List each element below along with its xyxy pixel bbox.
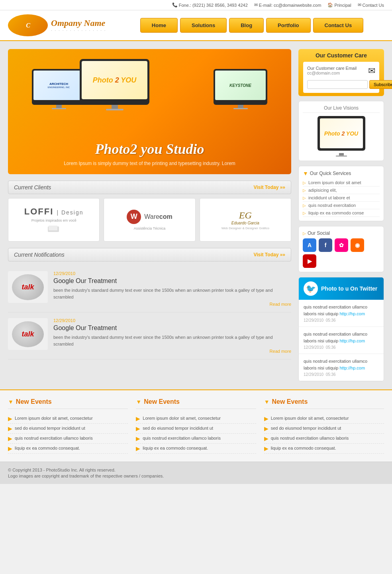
event-item-2-2: ▶sed do eiusmod tempor incididunt ut	[136, 424, 256, 434]
copyright-text: © Copyright 2013 - PhotoStudio Inc. All …	[8, 468, 384, 472]
twitter-link-2[interactable]: http://hp.com	[340, 338, 365, 343]
event-item-2-4: ▶liquip ex ea commodo consequat.	[136, 444, 256, 454]
company-name: Ompany Name	[51, 18, 106, 28]
twitter-text-3: quis nostrud exercitation ullamco labori…	[304, 358, 379, 371]
customer-care-panel: Our Customer Care Our Customer care Emai…	[298, 49, 384, 96]
client-loffi: LOFFI | Design Projetos inspirados em vo…	[8, 198, 100, 242]
notif-item-2: talk 12/29/2010 Google Our Treatment bee…	[8, 313, 291, 360]
twitter-item-3: quis nostrud exercitation ullamco labori…	[299, 354, 384, 381]
event-item-3-2: ▶sed do eiusmod tempor incididunt ut	[264, 424, 384, 434]
event-item-2-3: ▶quis nostrud exercitation ullamco labor…	[136, 434, 256, 444]
social-flickr-icon[interactable]: ✿	[335, 238, 348, 252]
event-col-title-2: ▼ New Events	[136, 398, 256, 409]
notif-date-1: 12/29/2010	[53, 271, 291, 276]
event-item-1-4: ▶liquip ex ea commodo consequat.	[8, 444, 128, 454]
content-left: ARCHITECH ENGINEERING, INC Photo 2 YOU	[8, 49, 291, 381]
contact-icon-top: ✉	[358, 2, 361, 8]
read-more-1[interactable]: Read more	[270, 302, 291, 307]
footer-events: ▼ New Events ▶Lorem ipsum dolor sit amet…	[0, 389, 392, 462]
twitter-link-3[interactable]: http://hp.com	[340, 366, 365, 370]
header: C Ompany Name · · · · · · · · · · · · · …	[0, 10, 392, 41]
twitter-link-1[interactable]: http://hp.com	[340, 311, 365, 316]
event-item-2-1: ▶Lorem ipsum dolor sit amet, consectetur	[136, 414, 256, 424]
twitter-header: 🐦 Photo to u On Twitter	[299, 277, 384, 300]
hero-title: Photo2 you Studio	[95, 141, 204, 157]
event-chevron-2: ▼	[136, 399, 141, 405]
main-wrap: ARCHITECH ENGINEERING, INC Photo 2 YOU	[0, 41, 392, 389]
phone-info: 📞 Fone.: (9221) 362 8566, 3493 4242	[172, 2, 248, 8]
twitter-title: Photo to u On Twitter	[321, 285, 377, 292]
principal-link[interactable]: 🏠 Principal	[327, 2, 351, 8]
svg-rect-1	[49, 226, 57, 230]
social-facebook-icon[interactable]: f	[319, 238, 332, 252]
event-item-3-4: ▶liquip ex ea commodo consequat.	[264, 444, 384, 454]
notifications-visit-link[interactable]: Visit Today »»	[253, 252, 285, 258]
bullet-2-3: ▶	[136, 436, 140, 441]
nav-portfolio[interactable]: Portfolio	[266, 18, 310, 33]
nav-home[interactable]: Home	[140, 18, 178, 33]
live-visions-title: Our Live Visions	[303, 105, 380, 113]
arrow-icon-5: ▷	[303, 211, 306, 215]
nav-solutions[interactable]: Solutions	[180, 18, 227, 33]
twitter-date-1: 12/29/2010 05:36	[304, 318, 379, 322]
bullet-3-4: ▶	[264, 446, 269, 451]
clients-visit-link[interactable]: Visit Today »»	[253, 185, 285, 190]
event-col-2: ▼ New Events ▶Lorem ipsum dolor sit amet…	[136, 398, 256, 454]
notif-img-1: talk	[8, 271, 48, 303]
customer-care-label: Our Customer care Email	[307, 66, 357, 71]
event-col-title-1: ▼ New Events	[8, 398, 128, 409]
monitor-right: KEYSTONE	[214, 69, 267, 109]
bullet-1-1: ▶	[8, 416, 12, 421]
notif-content-2: 12/29/2010 Google Our Treatment been the…	[53, 318, 291, 354]
social-arrow-icon: ▷	[303, 231, 306, 236]
social-icons-row: A f ✿ ◉ ▶	[303, 238, 380, 268]
live-visions-panel: Our Live Visions Photo 2 YOU	[298, 101, 384, 161]
bullet-1-3: ▶	[8, 436, 12, 441]
chevron-icon: ▼	[303, 170, 308, 177]
social-youtube-icon[interactable]: ▶	[303, 254, 316, 268]
client-warecom: W Warecom Assistência Técnica	[104, 198, 195, 242]
arrow-icon-2: ▷	[303, 188, 306, 193]
social-rss-icon[interactable]: ◉	[351, 238, 364, 252]
live-foot	[336, 155, 347, 157]
social-android-icon[interactable]: A	[303, 238, 316, 252]
qs-3: ▷incididunt ut labore et	[303, 194, 380, 202]
top-bar: 📞 Fone.: (9221) 362 8566, 3493 4242 ✉ E-…	[0, 0, 392, 10]
read-more-2[interactable]: Read more	[270, 349, 291, 354]
footer-copyright: © Copyright 2013 - PhotoStudio Inc. All …	[0, 462, 392, 484]
qs-2: ▷adipisicing elit,	[303, 187, 380, 194]
subscribe-row: Subscribe	[307, 80, 375, 89]
bullet-2-2: ▶	[136, 426, 140, 431]
notif-img-2: talk	[8, 318, 48, 350]
notif-content-1: 12/29/2010 Google Our Treatment been the…	[53, 271, 291, 307]
twitter-bird-icon: 🐦	[304, 281, 318, 296]
event-item-1-1: ▶Lorem ipsum dolor sit amet, consectetur	[8, 414, 128, 424]
email-icon: ✉	[254, 2, 258, 8]
logo-area: C Ompany Name · · · · · · · · · · · · · …	[8, 14, 120, 36]
subscribe-button[interactable]: Subscribe	[369, 80, 392, 89]
twitter-text-2: quis nostrud exercitation ullamco labori…	[304, 331, 379, 344]
nav-blog[interactable]: Blog	[229, 18, 264, 33]
current-clients-bar: Current Clients Visit Today »»	[8, 181, 291, 194]
hero-monitors: ARCHITECH ENGINEERING, INC Photo 2 YOU	[16, 57, 283, 137]
notifications-list: talk 12/29/2010 Google Our Treatment bee…	[8, 265, 291, 360]
event-item-3-3: ▶quis nostrud exercitation ullamco labor…	[264, 434, 384, 444]
principal-icon: 🏠	[327, 2, 333, 8]
quick-services-list: ▷Lorem ipsum dolor sit amet ▷adipisicing…	[303, 179, 380, 217]
qs-5: ▷liquip ex ea commodo conse	[303, 209, 380, 217]
bullet-3-3: ▶	[264, 436, 269, 441]
logo-ellipse: C	[8, 14, 48, 36]
customer-care-inner: Our Customer care Email cc@domain.com ✉ …	[303, 62, 379, 93]
notif-text-1: been the industry's standard dummy text …	[53, 287, 291, 300]
contact-link-top[interactable]: ✉ Contact Us	[358, 2, 384, 8]
notif-title-2: Google Our Treatment	[53, 324, 291, 332]
notifications-bar: Current Notifications Visit Today »»	[8, 248, 291, 261]
event-chevron-3: ▼	[264, 399, 270, 405]
live-screen: Photo 2 YOU	[320, 118, 363, 148]
clients-grid: LOFFI | Design Projetos inspirados em vo…	[8, 198, 291, 242]
client-eg: EG Eduardo Garcia Web Designer & Designe…	[200, 198, 291, 242]
nav-contact[interactable]: Contact Us	[313, 18, 364, 33]
subscribe-input[interactable]	[307, 80, 368, 89]
bullet-1-2: ▶	[8, 426, 12, 431]
social-panel: ▷ Our Social A f ✿ ◉ ▶	[298, 226, 384, 272]
